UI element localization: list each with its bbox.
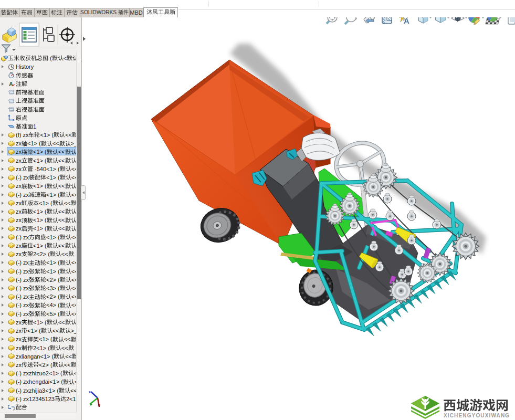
svg-text:A: A bbox=[404, 16, 409, 25]
